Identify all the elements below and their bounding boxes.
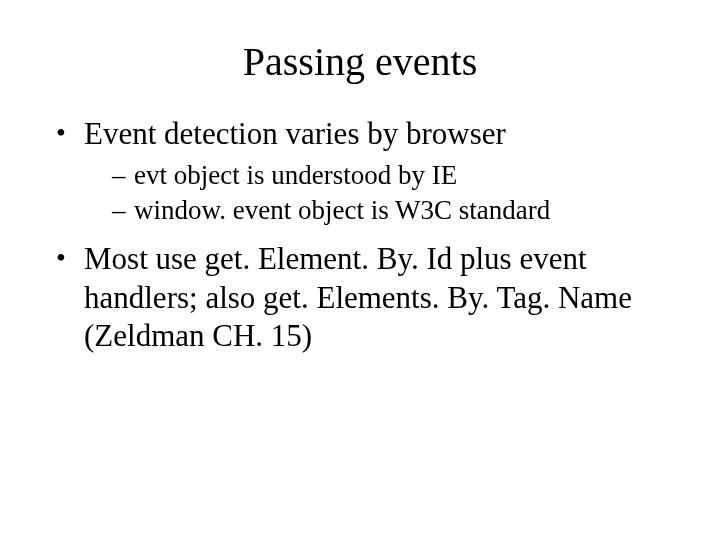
list-item: Most use get. Element. By. Id plus event… (50, 240, 670, 356)
bullet-list: Event detection varies by browser evt ob… (50, 115, 670, 356)
bullet-text: window. event object is W3C standard (134, 195, 550, 225)
list-item: evt object is understood by IE (112, 158, 670, 193)
slide-body: Event detection varies by browser evt ob… (0, 105, 720, 356)
bullet-text: Most use get. Element. By. Id plus event… (84, 241, 632, 354)
slide: Passing events Event detection varies by… (0, 0, 720, 540)
bullet-text: evt object is understood by IE (134, 160, 457, 190)
list-item: Event detection varies by browser evt ob… (50, 115, 670, 228)
bullet-text: Event detection varies by browser (84, 116, 506, 151)
sub-list: evt object is understood by IE window. e… (84, 158, 670, 228)
slide-title: Passing events (0, 0, 720, 105)
list-item: window. event object is W3C standard (112, 193, 670, 228)
